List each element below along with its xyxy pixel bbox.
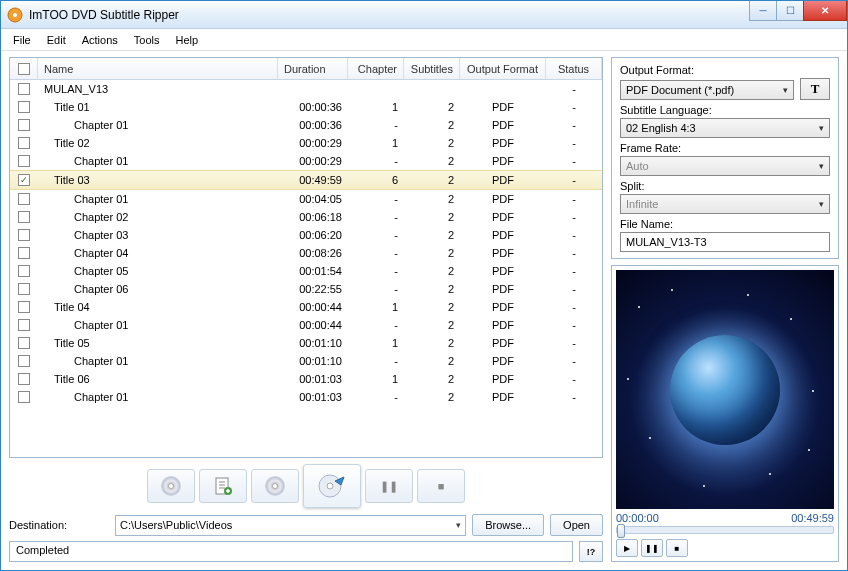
row-checkbox[interactable]: [10, 355, 38, 367]
open-button[interactable]: Open: [550, 514, 603, 536]
row-duration: 00:00:36: [278, 119, 348, 131]
row-checkbox[interactable]: [10, 301, 38, 313]
row-checkbox[interactable]: [10, 83, 38, 95]
preview-time-current: 00:00:00: [616, 512, 659, 524]
preview-panel: 00:00:00 00:49:59 ▶ ❚❚ ■: [611, 265, 839, 562]
row-name: Chapter 01: [38, 319, 278, 331]
destination-combo[interactable]: C:\Users\Public\Videos: [115, 515, 466, 536]
row-format: PDF: [460, 301, 546, 313]
table-row[interactable]: Title 0200:00:2912PDF-: [10, 134, 602, 152]
minimize-button[interactable]: ─: [749, 1, 777, 21]
row-status: -: [546, 83, 602, 95]
titlebar[interactable]: ImTOO DVD Subtitle Ripper ─ ☐ ✕: [1, 1, 847, 29]
table-row[interactable]: Chapter 0300:06:20-2PDF-: [10, 226, 602, 244]
row-duration: 00:04:05: [278, 193, 348, 205]
row-checkbox[interactable]: [10, 337, 38, 349]
row-subtitles: 2: [404, 283, 460, 295]
row-format: PDF: [460, 373, 546, 385]
info-button[interactable]: !?: [579, 541, 603, 562]
add-file-button[interactable]: [199, 469, 247, 503]
split-label: Split:: [620, 180, 830, 192]
text-style-button[interactable]: T: [800, 78, 830, 100]
row-checkbox[interactable]: [10, 319, 38, 331]
row-status: -: [546, 119, 602, 131]
header-check[interactable]: [10, 58, 38, 79]
table-row[interactable]: Chapter 0200:06:18-2PDF-: [10, 208, 602, 226]
browse-button[interactable]: Browse...: [472, 514, 544, 536]
load-dvd-button[interactable]: [147, 469, 195, 503]
row-checkbox[interactable]: [10, 119, 38, 131]
file-name-input[interactable]: MULAN_V13-T3: [620, 232, 830, 252]
header-name[interactable]: Name: [38, 58, 278, 79]
rip-button[interactable]: [303, 464, 361, 508]
row-checkbox[interactable]: [10, 373, 38, 385]
row-checkbox[interactable]: [10, 247, 38, 259]
row-chapter: 1: [348, 137, 404, 149]
pause-button[interactable]: ❚❚: [365, 469, 413, 503]
header-format[interactable]: Output Format: [460, 58, 546, 79]
menu-edit[interactable]: Edit: [39, 32, 74, 48]
table-row[interactable]: Chapter 0100:00:29-2PDF-: [10, 152, 602, 170]
app-icon: [7, 7, 23, 23]
table-row[interactable]: Chapter 0100:04:05-2PDF-: [10, 190, 602, 208]
remove-button[interactable]: [251, 469, 299, 503]
output-format-select[interactable]: PDF Document (*.pdf): [620, 80, 794, 100]
table-row[interactable]: Title 0400:00:4412PDF-: [10, 298, 602, 316]
row-status: -: [546, 301, 602, 313]
subtitle-language-select[interactable]: 02 English 4:3: [620, 118, 830, 138]
preview-image[interactable]: [616, 270, 834, 509]
header-status[interactable]: Status: [546, 58, 602, 79]
table-body[interactable]: MULAN_V13-Title 0100:00:3612PDF-Chapter …: [10, 80, 602, 457]
table-row[interactable]: Chapter 0500:01:54-2PDF-: [10, 262, 602, 280]
row-checkbox[interactable]: [10, 155, 38, 167]
row-chapter: 1: [348, 101, 404, 113]
preview-pause-button[interactable]: ❚❚: [641, 539, 663, 557]
row-name: Title 01: [38, 101, 278, 113]
row-format: PDF: [460, 137, 546, 149]
maximize-button[interactable]: ☐: [776, 1, 804, 21]
preview-play-button[interactable]: ▶: [616, 539, 638, 557]
row-checkbox[interactable]: [10, 137, 38, 149]
table-row[interactable]: Chapter 0600:22:55-2PDF-: [10, 280, 602, 298]
preview-stop-button[interactable]: ■: [666, 539, 688, 557]
row-checkbox[interactable]: [10, 391, 38, 403]
table-row[interactable]: Chapter 0100:00:36-2PDF-: [10, 116, 602, 134]
table-row[interactable]: Title 0600:01:0312PDF-: [10, 370, 602, 388]
row-checkbox[interactable]: ✓: [10, 174, 38, 186]
menu-help[interactable]: Help: [167, 32, 206, 48]
row-subtitles: 2: [404, 391, 460, 403]
row-checkbox[interactable]: [10, 211, 38, 223]
row-subtitles: 2: [404, 355, 460, 367]
table-row[interactable]: Chapter 0100:00:44-2PDF-: [10, 316, 602, 334]
table-row[interactable]: Chapter 0400:08:26-2PDF-: [10, 244, 602, 262]
table-row[interactable]: Chapter 0100:01:03-2PDF-: [10, 388, 602, 406]
table-row[interactable]: MULAN_V13-: [10, 80, 602, 98]
menu-file[interactable]: File: [5, 32, 39, 48]
row-checkbox[interactable]: [10, 101, 38, 113]
row-checkbox[interactable]: [10, 283, 38, 295]
preview-seek-slider[interactable]: [616, 526, 834, 534]
table-row[interactable]: Title 0500:01:1012PDF-: [10, 334, 602, 352]
menu-actions[interactable]: Actions: [74, 32, 126, 48]
row-checkbox[interactable]: [10, 193, 38, 205]
table-row[interactable]: ✓Title 0300:49:5962PDF-: [10, 170, 602, 190]
close-button[interactable]: ✕: [803, 1, 847, 21]
row-checkbox[interactable]: [10, 265, 38, 277]
row-chapter: 1: [348, 301, 404, 313]
header-duration[interactable]: Duration: [278, 58, 348, 79]
row-status: -: [546, 155, 602, 167]
slider-thumb[interactable]: [617, 524, 625, 538]
table-row[interactable]: Chapter 0100:01:10-2PDF-: [10, 352, 602, 370]
stop-button[interactable]: ■: [417, 469, 465, 503]
row-duration: 00:00:36: [278, 101, 348, 113]
row-format: PDF: [460, 211, 546, 223]
header-chapter[interactable]: Chapter: [348, 58, 404, 79]
row-checkbox[interactable]: [10, 229, 38, 241]
split-select[interactable]: Infinite: [620, 194, 830, 214]
header-subtitles[interactable]: Subtitles: [404, 58, 460, 79]
subtitle-language-label: Subtitle Language:: [620, 104, 830, 116]
svg-point-5: [327, 483, 333, 489]
table-row[interactable]: Title 0100:00:3612PDF-: [10, 98, 602, 116]
frame-rate-select[interactable]: Auto: [620, 156, 830, 176]
menu-tools[interactable]: Tools: [126, 32, 168, 48]
